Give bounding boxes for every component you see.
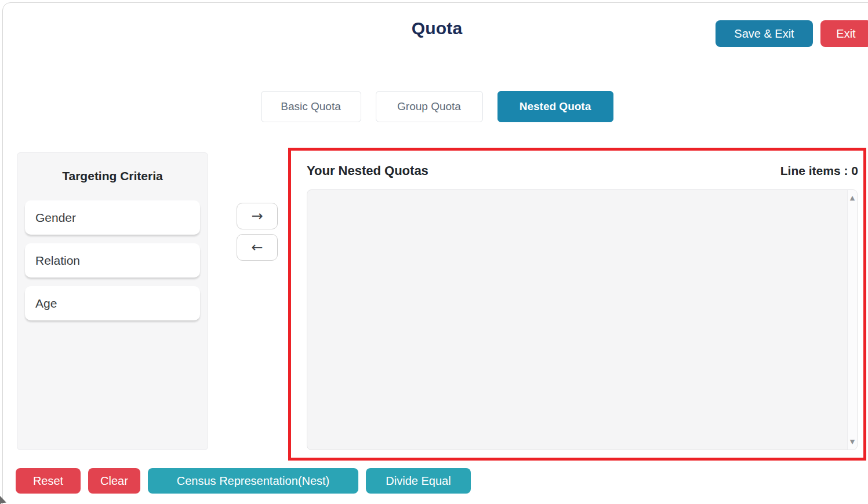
line-items-label: Line items :: [780, 164, 852, 177]
line-items-counter: Line items : 0: [780, 164, 858, 178]
targeting-item-relation[interactable]: Relation: [25, 243, 200, 277]
move-right-button[interactable]: →: [237, 203, 278, 229]
header-actions: Save & Exit Exit: [716, 20, 868, 47]
census-representation-button[interactable]: Census Representation(Nest): [148, 468, 358, 494]
exit-button[interactable]: Exit: [820, 20, 868, 47]
targeting-item-gender[interactable]: Gender: [25, 200, 200, 235]
targeting-items-list: Gender Relation Age: [17, 200, 208, 320]
nested-quotas-header: Your Nested Quotas Line items : 0: [291, 151, 863, 178]
quota-type-tabs: Basic Quota Group Quota Nested Quota: [3, 91, 868, 122]
tab-nested-quota[interactable]: Nested Quota: [497, 91, 613, 122]
save-exit-button[interactable]: Save & Exit: [716, 20, 813, 47]
nested-quotas-title: Your Nested Quotas: [307, 163, 428, 178]
scroll-up-icon[interactable]: ▲: [848, 194, 857, 202]
tab-group-quota[interactable]: Group Quota: [376, 91, 483, 122]
targeting-criteria-panel: Targeting Criteria Gender Relation Age: [17, 152, 208, 450]
arrow-left-icon: ←: [251, 239, 263, 255]
move-left-button[interactable]: ←: [237, 234, 278, 261]
nested-quotas-drop-area[interactable]: ▲ ▼: [307, 189, 858, 450]
line-items-count: 0: [851, 164, 858, 177]
arrow-right-icon: →: [251, 208, 263, 224]
footer-actions: Reset Clear Census Representation(Nest) …: [16, 468, 471, 494]
quota-modal-card: Quota Save & Exit Exit Basic Quota Group…: [2, 2, 868, 504]
divide-equal-button[interactable]: Divide Equal: [366, 468, 471, 494]
clear-button[interactable]: Clear: [88, 468, 140, 494]
tab-basic-quota[interactable]: Basic Quota: [261, 91, 361, 122]
reset-button[interactable]: Reset: [16, 468, 81, 494]
nested-quotas-panel: Your Nested Quotas Line items : 0 ▲ ▼: [288, 148, 866, 461]
targeting-criteria-title: Targeting Criteria: [17, 169, 208, 183]
targeting-item-age[interactable]: Age: [25, 286, 200, 320]
scroll-down-icon[interactable]: ▼: [848, 438, 857, 445]
transfer-controls: → ←: [237, 203, 278, 261]
scrollbar[interactable]: ▲ ▼: [847, 190, 857, 450]
